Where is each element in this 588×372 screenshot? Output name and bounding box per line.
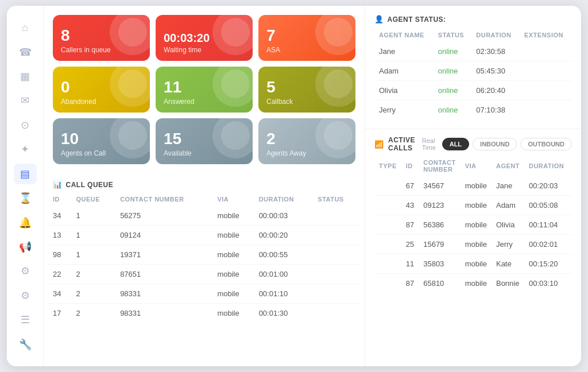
sidebar-gear[interactable]: ⚙ bbox=[14, 261, 37, 281]
ac-row-contact: 34567 bbox=[419, 176, 460, 196]
agent-table-wrap: AGENT NAME STATUS DURATION EXTENSION Jan… bbox=[374, 28, 572, 119]
queue-row-status bbox=[313, 284, 360, 304]
ac-col-agent: AGENT bbox=[492, 156, 524, 176]
ac-col-type: TYPE bbox=[374, 156, 401, 176]
sidebar-wrench[interactable]: 🔧 bbox=[14, 334, 37, 354]
ac-row-type bbox=[374, 235, 401, 254]
ac-row-id: 43 bbox=[401, 196, 419, 215]
ac-row-ringgroup: sales bbox=[568, 254, 572, 274]
active-calls-section: 📶 ACTIVE CALLS Real Time ALL INBOUND OUT… bbox=[365, 129, 581, 366]
queue-row-contact: 98331 bbox=[115, 284, 212, 304]
queue-row-queue: 2 bbox=[72, 304, 116, 323]
agent-status-section: 👤 AGENT STATUS: AGENT NAME STATUS DURATI… bbox=[365, 6, 581, 129]
stat-waiting-time: 00:03:20 Waiting time bbox=[156, 15, 253, 61]
stat-value-callback: 5 bbox=[266, 79, 347, 95]
ac-col-id: ID bbox=[401, 156, 419, 176]
ac-row-via: mobile bbox=[461, 235, 492, 254]
active-calls-row: 25 15679 mobile Jerry 00:02:01 support bbox=[374, 235, 572, 254]
queue-row-via: mobile bbox=[212, 226, 254, 245]
agent-row-status: online bbox=[434, 42, 471, 61]
filter-outbound[interactable]: OUTBOUND bbox=[520, 138, 572, 150]
agent-table-row: Jerry online 07:10:38 bbox=[374, 100, 572, 120]
stat-callback: 5 Callback bbox=[258, 67, 355, 113]
filter-all[interactable]: ALL bbox=[442, 138, 469, 150]
left-panel: 8 Callers in queue 00:03:20 Waiting time… bbox=[44, 6, 365, 366]
agent-row-status: online bbox=[434, 100, 471, 120]
app-container: ⌂ ☎ ▦ ✉ ⊙ ✦ ▤ ⌛ 🔔 📢 ⚙ ⚙ ☰ 🔧 8 Callers in… bbox=[7, 6, 581, 366]
ac-row-id: 25 bbox=[401, 235, 419, 254]
stat-value-waiting: 00:03:20 bbox=[164, 32, 245, 44]
queue-row-queue: 2 bbox=[72, 265, 116, 284]
stat-available: 15 Available bbox=[156, 118, 253, 164]
queue-row-status bbox=[313, 304, 360, 323]
queue-row-duration: 00:01:00 bbox=[254, 265, 314, 284]
sidebar-gear2[interactable]: ⚙ bbox=[14, 285, 37, 306]
ac-col-duration: DURATION bbox=[524, 156, 568, 176]
agent-col-extension: EXTENSION bbox=[520, 28, 572, 42]
stat-label-abandoned: Abandoned bbox=[61, 98, 142, 106]
sidebar-chat[interactable]: ▦ bbox=[14, 66, 37, 87]
agent-col-name: AGENT NAME bbox=[374, 28, 434, 42]
call-queue-table: ID QUEUE CONTACT NUMBER VIA DURATION STA… bbox=[44, 192, 365, 366]
ac-row-type bbox=[374, 274, 401, 293]
queue-row-id: 34 bbox=[48, 284, 72, 304]
stat-value-answered: 11 bbox=[164, 79, 245, 95]
ac-row-agent: Adam bbox=[492, 196, 524, 215]
stat-abandoned: 0 Abandoned bbox=[53, 67, 150, 113]
queue-row-id: 34 bbox=[48, 206, 72, 226]
queue-row-duration: 00:00:20 bbox=[254, 226, 314, 245]
active-calls-row: 11 35803 mobile Kate 00:15:20 sales bbox=[374, 254, 572, 274]
ac-row-duration: 00:20:03 bbox=[524, 176, 568, 196]
ac-row-ringgroup: sales bbox=[568, 196, 572, 215]
sidebar-clock[interactable]: ⌛ bbox=[14, 188, 37, 208]
ac-row-ringgroup: support bbox=[568, 235, 572, 254]
queue-row-queue: 1 bbox=[72, 245, 116, 265]
ac-row-type bbox=[374, 215, 401, 235]
stat-value-agents-on-call: 10 bbox=[61, 131, 142, 147]
ac-row-agent: Olivia bbox=[492, 215, 524, 235]
call-queue-title: CALL QUEUE bbox=[66, 181, 114, 189]
sidebar-list[interactable]: ☰ bbox=[14, 309, 37, 330]
ac-row-duration: 00:11:04 bbox=[524, 215, 568, 235]
queue-row-id: 22 bbox=[48, 265, 72, 284]
queue-table-row: 34 2 98331 mobile 00:01:10 bbox=[48, 284, 360, 304]
stat-agents-on-call: 10 Agents on Call bbox=[53, 118, 150, 164]
stat-label-callback: Callback bbox=[266, 98, 347, 106]
queue-row-via: mobile bbox=[212, 206, 254, 226]
agent-row-name: Jerry bbox=[374, 100, 434, 120]
col-duration: DURATION bbox=[254, 192, 314, 206]
stat-value-callers: 8 bbox=[61, 28, 142, 44]
queue-table-row: 13 1 09124 mobile 00:00:20 bbox=[48, 226, 360, 245]
queue-row-id: 17 bbox=[48, 304, 72, 323]
sidebar-user[interactable]: ⊙ bbox=[14, 115, 37, 135]
queue-row-via: mobile bbox=[212, 304, 254, 323]
agent-table-header-row: AGENT NAME STATUS DURATION EXTENSION bbox=[374, 28, 572, 42]
agent-col-status: STATUS bbox=[434, 28, 471, 42]
agent-row-extension bbox=[520, 61, 572, 81]
stat-label-available: Available bbox=[164, 149, 245, 157]
sidebar-mail[interactable]: ✉ bbox=[14, 90, 37, 111]
sidebar-tag[interactable]: ✦ bbox=[14, 139, 37, 160]
ac-row-via: mobile bbox=[461, 254, 492, 274]
queue-row-status bbox=[313, 265, 360, 284]
queue-row-queue: 1 bbox=[72, 206, 116, 226]
ac-row-agent: Jerry bbox=[492, 235, 524, 254]
ac-row-contact: 56386 bbox=[419, 215, 460, 235]
agent-row-extension bbox=[520, 100, 572, 120]
ac-row-ringgroup: sales bbox=[568, 176, 572, 196]
agent-row-name: Jane bbox=[374, 42, 434, 61]
main-content: 8 Callers in queue 00:03:20 Waiting time… bbox=[44, 6, 581, 366]
sidebar-phone[interactable]: ☎ bbox=[14, 41, 37, 62]
ac-row-via: mobile bbox=[461, 274, 492, 293]
queue-row-contact: 98331 bbox=[115, 304, 212, 323]
col-via: VIA bbox=[212, 192, 254, 206]
sidebar-home[interactable]: ⌂ bbox=[14, 17, 37, 38]
call-queue-header: 📊 CALL QUEUE bbox=[44, 173, 365, 192]
ac-row-id: 67 bbox=[401, 176, 419, 196]
sidebar-folder[interactable]: ▤ bbox=[14, 164, 37, 184]
filter-inbound[interactable]: INBOUND bbox=[473, 138, 517, 150]
sidebar-bell[interactable]: 🔔 bbox=[14, 212, 37, 232]
stats-grid: 8 Callers in queue 00:03:20 Waiting time… bbox=[44, 6, 365, 173]
sidebar-megaphone[interactable]: 📢 bbox=[14, 237, 37, 257]
content-area: 8 Callers in queue 00:03:20 Waiting time… bbox=[44, 6, 581, 366]
